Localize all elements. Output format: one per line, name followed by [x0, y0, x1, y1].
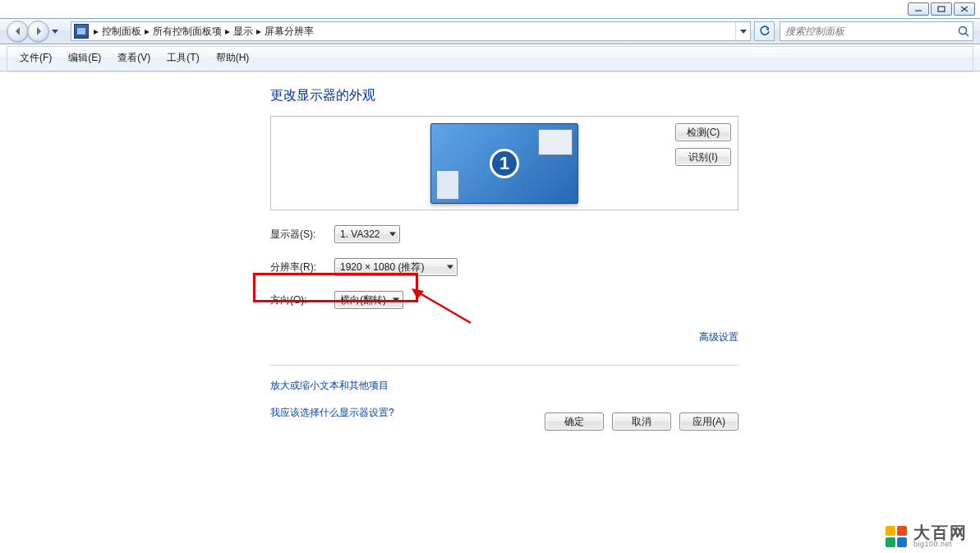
refresh-button[interactable] [754, 21, 775, 41]
watermark-text: 大百网 big100.net [913, 524, 968, 548]
resolution-combo[interactable]: 1920 × 1080 (推荐) [334, 258, 458, 276]
orientation-value: 横向(翻转) [340, 293, 386, 307]
detect-button[interactable]: 检测(C) [675, 123, 731, 141]
watermark-en: big100.net [913, 541, 968, 548]
resolution-label: 分辨率(R): [270, 260, 334, 274]
search-box[interactable] [780, 21, 973, 41]
divider [270, 365, 738, 366]
cancel-button[interactable]: 取消 [612, 412, 671, 431]
chevron-down-icon [393, 298, 399, 302]
menu-file[interactable]: 文件(F) [12, 48, 60, 68]
minimize-button[interactable] [908, 2, 929, 16]
resolution-value: 1920 × 1080 (推荐) [340, 260, 424, 274]
preview-side-buttons: 检测(C) 识别(I) [675, 123, 731, 166]
navigation-bar: ▸ 控制面板 ▸ 所有控制面板项 ▸ 显示 ▸ 屏幕分辨率 [0, 18, 980, 44]
back-button[interactable] [7, 21, 29, 43]
nav-history-dropdown[interactable] [49, 20, 61, 43]
window-controls [908, 0, 980, 18]
content-area: 更改显示器的外观 1 检测(C) 识别(I) 显示器(S): 1. VA322 … [7, 71, 973, 553]
resolution-row: 分辨率(R): 1920 × 1080 (推荐) [270, 258, 738, 276]
menu-bar: 文件(F) 编辑(E) 查看(V) 工具(T) 帮助(H) [0, 44, 980, 71]
page-title: 更改显示器的外观 [270, 87, 738, 104]
monitor-preview-box: 1 检测(C) 识别(I) [270, 116, 738, 210]
mini-window-icon [538, 129, 573, 155]
breadcrumb-all[interactable]: 所有控制面板项 [152, 25, 223, 39]
display-value: 1. VA322 [340, 228, 380, 240]
action-buttons: 确定 取消 应用(A) [270, 412, 738, 431]
breadcrumb-sep: ▸ [91, 25, 101, 37]
breadcrumb-root[interactable]: 控制面板 [101, 25, 142, 39]
breadcrumb-sep: ▸ [223, 25, 232, 37]
maximize-button[interactable] [931, 2, 952, 16]
svg-point-4 [959, 27, 967, 35]
mini-window-icon [436, 170, 459, 200]
address-bar[interactable]: ▸ 控制面板 ▸ 所有控制面板项 ▸ 显示 ▸ 屏幕分辨率 [71, 21, 751, 41]
apply-button[interactable]: 应用(A) [679, 412, 738, 431]
forward-button[interactable] [27, 21, 49, 43]
text-size-link[interactable]: 放大或缩小文本和其他项目 [270, 379, 738, 393]
display-label: 显示器(S): [270, 228, 334, 242]
search-input[interactable] [780, 22, 955, 40]
main-panel: 更改显示器的外观 1 检测(C) 识别(I) 显示器(S): 1. VA322 … [270, 87, 738, 420]
chevron-down-icon [447, 265, 453, 270]
breadcrumb-sep: ▸ [142, 25, 152, 37]
watermark: 大百网 big100.net [886, 524, 968, 548]
nav-buttons [0, 20, 67, 43]
ok-button[interactable]: 确定 [545, 412, 604, 431]
breadcrumb-sep: ▸ [254, 25, 264, 37]
svg-rect-1 [938, 7, 945, 12]
orientation-row: 方向(O): 横向(翻转) [270, 291, 738, 309]
identify-button[interactable]: 识别(I) [675, 148, 731, 166]
menu-edit[interactable]: 编辑(E) [60, 48, 109, 68]
close-button[interactable] [954, 2, 975, 16]
search-icon [957, 25, 970, 38]
svg-line-5 [966, 34, 969, 37]
display-row: 显示器(S): 1. VA322 [270, 225, 738, 243]
control-panel-icon [74, 24, 89, 39]
watermark-cn: 大百网 [913, 524, 968, 541]
advanced-settings-link[interactable]: 高级设置 [699, 330, 738, 344]
advanced-row: 高级设置 [270, 324, 738, 353]
menu-view[interactable]: 查看(V) [109, 48, 159, 68]
menu-tools[interactable]: 工具(T) [159, 48, 207, 68]
breadcrumb-display[interactable]: 显示 [232, 25, 254, 39]
orientation-label: 方向(O): [270, 293, 334, 307]
monitor-number: 1 [490, 149, 519, 178]
watermark-logo-icon [886, 526, 907, 547]
display-combo[interactable]: 1. VA322 [334, 225, 400, 243]
menu-help[interactable]: 帮助(H) [208, 48, 258, 68]
monitor-thumbnail[interactable]: 1 [430, 123, 578, 204]
chevron-down-icon [389, 233, 396, 237]
address-dropdown[interactable] [735, 22, 750, 40]
orientation-combo[interactable]: 横向(翻转) [334, 291, 403, 309]
breadcrumb-leaf[interactable]: 屏幕分辨率 [264, 25, 315, 39]
